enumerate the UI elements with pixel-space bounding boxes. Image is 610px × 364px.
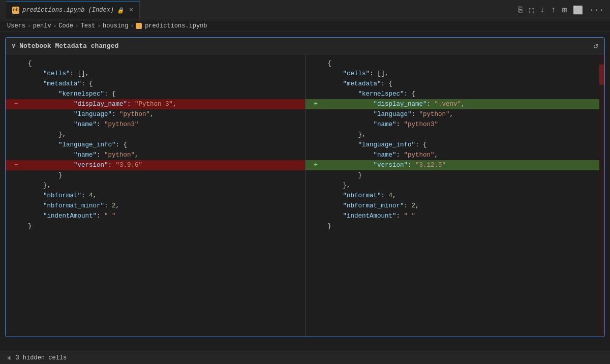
- lock-icon: 🔒: [117, 7, 124, 14]
- code-line: },: [6, 180, 305, 191]
- breadcrumb-file-icon: [136, 23, 142, 29]
- code-line: "cells": [],: [306, 69, 605, 79]
- code-line-added: + "display_name": ".venv",: [306, 99, 605, 109]
- breadcrumb-housing[interactable]: housing: [103, 22, 128, 29]
- code-line: }: [6, 221, 305, 231]
- more-icon[interactable]: ···: [589, 6, 604, 15]
- diff-panels: { "cells": [], "metadata": {: [6, 54, 604, 336]
- code-line: "nbformat_minor": 2,: [306, 201, 605, 211]
- code-line: "nbformat": 4,: [306, 191, 605, 201]
- code-line: "name": "python3": [6, 119, 305, 130]
- sep4: ›: [97, 23, 101, 29]
- code-line: },: [6, 130, 305, 140]
- diff-panel-left: { "cells": [], "metadata": {: [6, 54, 306, 336]
- revert-icon[interactable]: ↺: [593, 41, 598, 51]
- code-line: {: [6, 58, 305, 69]
- code-line-removed: − "version": "3.9.6": [6, 160, 305, 170]
- code-line: "nbformat": 4,: [6, 191, 305, 201]
- code-line: }: [306, 170, 605, 180]
- code-line: "language_info": {: [306, 140, 605, 150]
- tab-close-button[interactable]: ×: [129, 6, 133, 14]
- code-line: {: [306, 58, 605, 69]
- main-content: ∨ Notebook Metadata changed ↺ {: [0, 32, 610, 362]
- tab-predictions[interactable]: nb predictions.ipynb (Index) 🔒 ×: [6, 1, 140, 19]
- copy-icon[interactable]: ⎘: [518, 6, 523, 15]
- code-line: "name": "python3": [306, 119, 605, 130]
- code-line: "cells": [],: [6, 69, 305, 79]
- sep3: ›: [75, 23, 79, 29]
- hidden-cells-icon: ✳: [7, 353, 11, 362]
- breadcrumb-code[interactable]: Code: [58, 22, 73, 29]
- code-line: "name": "python",: [306, 150, 605, 160]
- code-line: "language_info": {: [6, 140, 305, 150]
- code-area-right: { "cells": [], "metadata": {: [306, 54, 605, 336]
- code-line: "language": "python",: [306, 109, 605, 119]
- bottom-bar: ✳ 3 hidden cells: [0, 351, 610, 364]
- code-line: },: [306, 130, 605, 140]
- breadcrumb-users[interactable]: Users: [7, 22, 25, 29]
- diff-header-title: Notebook Metadata changed: [19, 42, 118, 50]
- diff-header: ∨ Notebook Metadata changed ↺: [6, 38, 604, 54]
- sep1: ›: [27, 23, 31, 29]
- split-icon[interactable]: ⬜: [573, 5, 583, 15]
- code-line: },: [306, 180, 605, 191]
- scrollbar[interactable]: [599, 54, 604, 336]
- code-line: "indentAmount": " ": [306, 211, 605, 221]
- breadcrumb-file[interactable]: predictions.ipynb: [145, 22, 207, 29]
- code-line: "language": "python",: [6, 109, 305, 119]
- code-line: "nbformat_minor": 2,: [6, 201, 305, 211]
- breadcrumb-test[interactable]: Test: [81, 22, 96, 29]
- tab-title: predictions.ipynb (Index): [22, 7, 114, 14]
- diff-container: ∨ Notebook Metadata changed ↺ {: [5, 37, 605, 337]
- code-line: "indentAmount": " ": [6, 211, 305, 221]
- arrow-up-icon[interactable]: ↑: [551, 6, 556, 15]
- map-icon[interactable]: ⊞: [562, 5, 567, 15]
- top-bar: nb predictions.ipynb (Index) 🔒 × ⎘ ⬚ ↓ ↑…: [0, 0, 610, 20]
- code-line: "metadata": {: [6, 79, 305, 89]
- breadcrumb-penlv[interactable]: penlv: [33, 22, 51, 29]
- code-line: "metadata": {: [306, 79, 605, 89]
- code-line: }: [6, 170, 305, 180]
- file-icon: nb: [12, 7, 19, 14]
- code-line: "name": "python",: [6, 150, 305, 160]
- sep5: ›: [131, 23, 134, 29]
- download-icon[interactable]: ⬚: [529, 5, 534, 15]
- arrow-down-icon[interactable]: ↓: [540, 6, 545, 15]
- scrollbar-thumb: [599, 65, 604, 85]
- code-line-removed: − "display_name": "Python 3",: [6, 99, 305, 109]
- code-line: "kernelspec": {: [306, 89, 605, 99]
- code-line: }: [306, 221, 605, 231]
- code-area-left: { "cells": [], "metadata": {: [6, 54, 305, 336]
- diff-header-left: ∨ Notebook Metadata changed: [12, 42, 118, 50]
- toolbar-icons: ⎘ ⬚ ↓ ↑ ⊞ ⬜ ···: [518, 5, 604, 15]
- collapse-icon[interactable]: ∨: [12, 42, 15, 50]
- code-line-added: + "version": "3.12.5": [306, 160, 605, 170]
- code-line: "kernelspec": {: [6, 89, 305, 99]
- diff-panel-right: { "cells": [], "metadata": {: [306, 54, 605, 336]
- hidden-cells-label: 3 hidden cells: [15, 354, 67, 361]
- breadcrumb: Users › penlv › Code › Test › housing › …: [0, 20, 610, 32]
- tab-area: nb predictions.ipynb (Index) 🔒 ×: [6, 1, 140, 19]
- sep2: ›: [53, 23, 57, 29]
